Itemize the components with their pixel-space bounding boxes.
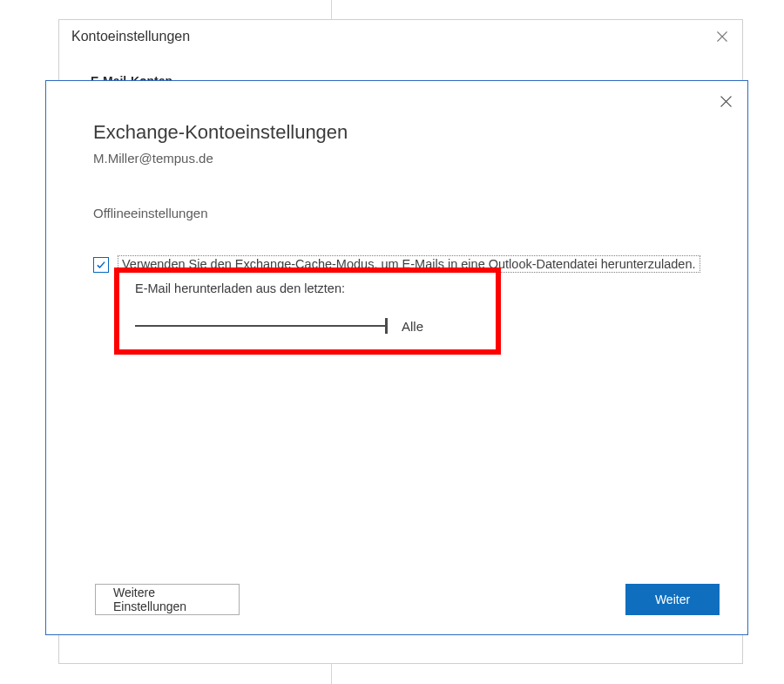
account-email: M.Miller@tempus.de [93, 151, 721, 166]
cache-mode-checkbox[interactable] [93, 257, 109, 273]
exchange-dialog-title: Exchange-Kontoeinstellungen [93, 121, 721, 144]
download-range-slider[interactable] [135, 316, 388, 335]
offline-settings-header: Offlineeinstellungen [93, 206, 721, 220]
account-settings-close-button[interactable] [711, 25, 733, 48]
download-range-highlight: E-Mail herunterladen aus den letzten: Al… [114, 268, 501, 355]
download-range-slider-row: Alle [135, 316, 482, 335]
next-button[interactable]: Weiter [625, 584, 720, 615]
more-settings-button[interactable]: Weitere Einstellungen [95, 584, 240, 615]
slider-track [135, 325, 388, 327]
close-icon [720, 95, 733, 108]
download-range-label: E-Mail herunterladen aus den letzten: [135, 281, 482, 295]
dialog-footer: Weitere Einstellungen Weiter [95, 584, 720, 615]
download-range-value: Alle [402, 319, 423, 334]
checkmark-icon [96, 260, 106, 270]
exchange-dialog-close-button[interactable] [714, 90, 737, 112]
account-settings-header: Kontoeinstellungen E-Mail-Konten [59, 20, 742, 88]
exchange-settings-dialog: Exchange-Kontoeinstellungen M.Miller@tem… [45, 80, 748, 635]
account-settings-title: Kontoeinstellungen [71, 29, 190, 44]
close-icon [716, 30, 728, 43]
slider-thumb[interactable] [385, 318, 388, 334]
